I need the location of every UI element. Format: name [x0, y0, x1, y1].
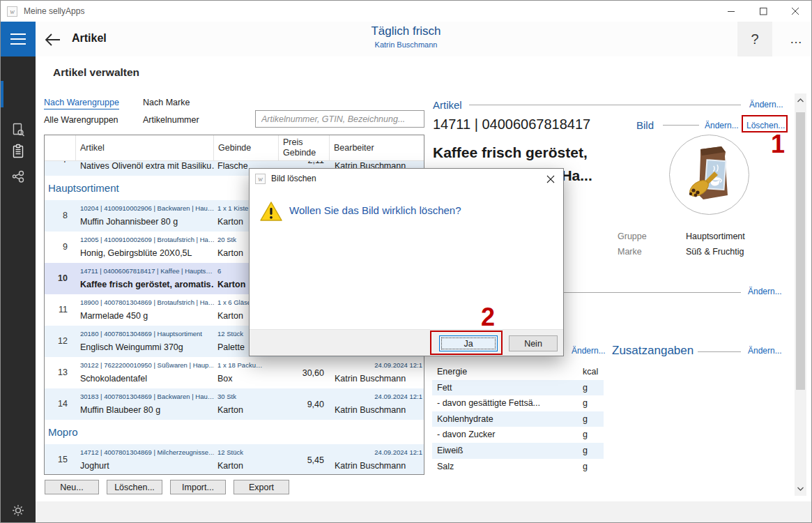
- price-cell: 5,45: [279, 444, 330, 474]
- sidebar: [1, 56, 36, 523]
- editor-name: Katrin Buschmann: [335, 405, 406, 415]
- maximize-icon[interactable]: [747, 1, 779, 22]
- filter-tab-marke[interactable]: Nach Marke: [143, 98, 190, 107]
- article-name-line1: Kaffee frisch geröstet,: [433, 144, 588, 160]
- marke-value: Süß & Fruchtig: [686, 247, 744, 257]
- gebinde-value: Box: [217, 374, 233, 384]
- article-name: Natives Olivenöl extra mit Basiliku…: [80, 161, 214, 171]
- gebinde-value: Palette: [217, 342, 245, 352]
- middle-section-change-link[interactable]: Ändern...: [748, 287, 782, 296]
- table-row[interactable]: 13 30122 | 7622200010950 | Süßwaren | Ha…: [45, 357, 424, 388]
- export-button[interactable]: Export: [233, 480, 289, 494]
- editor-name: Katrin Buschmann: [335, 374, 406, 384]
- bild-change-link[interactable]: Ändern...: [705, 121, 739, 130]
- settings-gear-icon[interactable]: [1, 500, 36, 521]
- nutrient-unit: kcal: [583, 367, 598, 377]
- app-logo-icon: w: [7, 6, 17, 17]
- detail-bild-title: Bild: [636, 119, 654, 131]
- article-number: 14711 | 04006067818417: [433, 116, 590, 132]
- article-cell: 18900 | 4007801304869 | Brotaufstrich | …: [76, 294, 214, 326]
- gruppe-value: Hauptsortiment: [686, 232, 745, 241]
- table-row[interactable]: 14 30183 | 4007801304869 | Backwaren | H…: [45, 388, 424, 420]
- app-window: w Meine sellyApps Artikel Täglich frisch…: [0, 0, 812, 523]
- help-icon[interactable]: ?: [737, 22, 772, 56]
- detail-scrollbar[interactable]: [795, 93, 806, 496]
- price-value: 2,11: [308, 161, 324, 165]
- artikel-change-link[interactable]: Ändern...: [749, 100, 783, 109]
- article-image: [669, 135, 749, 215]
- article-cell: Natives Olivenöl extra mit Basiliku…: [76, 161, 214, 176]
- group-label: Hauptsortiment: [48, 182, 119, 194]
- nutrition-change-link[interactable]: Ändern...: [572, 346, 606, 356]
- scrollbar-thumb[interactable]: [796, 112, 805, 390]
- detail-artikel-title: Artikel: [433, 99, 462, 111]
- scroll-down-icon[interactable]: [795, 484, 806, 494]
- row-number: 8: [45, 200, 76, 232]
- gebinde-cell: 1 x 18 Packu… Box: [214, 357, 279, 388]
- price-value: 30,60: [302, 368, 324, 378]
- article-name: Englisch Weingummi 370g: [80, 342, 183, 352]
- nutrient-unit: g: [583, 414, 588, 424]
- table-group-header: Mopro: [45, 420, 424, 444]
- gebinde-meta: 12 Stück: [217, 448, 243, 456]
- delete-button[interactable]: Löschen...: [107, 480, 162, 494]
- row-number: 14: [45, 388, 76, 420]
- price-cell: 9,40: [279, 388, 330, 420]
- back-arrow-icon[interactable]: [43, 30, 62, 50]
- sidebar-active-indicator: [1, 81, 3, 107]
- zusatzangaben-title: Zusatzangaben: [612, 344, 694, 358]
- article-name: Marmelade 450 g: [80, 311, 148, 321]
- nutrient-unit: g: [583, 462, 588, 471]
- new-button[interactable]: Neu...: [45, 480, 99, 494]
- nutrition-row: Eiweiß g: [432, 443, 604, 459]
- sidebar-item-share-icon[interactable]: [1, 165, 36, 188]
- no-button[interactable]: Nein: [509, 335, 558, 351]
- article-name: Kaffee frisch geröstet, aromatis…: [80, 280, 214, 289]
- article-meta: 30122 | 7622200010950 | Süßwaren | Haup…: [80, 361, 214, 369]
- close-icon[interactable]: [779, 1, 811, 22]
- table-header: Artikel Gebinde Preis Gebinde Bearbeiter: [45, 135, 424, 161]
- nutrition-row: Energie kcal: [432, 364, 604, 380]
- article-meta: 20180 | 4007801304869 | Hauptsortiment: [80, 330, 202, 338]
- nutrient-unit: g: [583, 446, 588, 455]
- price-value: 9,40: [307, 400, 324, 409]
- nutrient-label: - davon gesättigte Fettsä...: [437, 398, 540, 408]
- column-header-bearbeiter: Bearbeiter: [330, 135, 424, 160]
- table-row[interactable]: 15 14712 | 4007801304869 | Milcherzeugni…: [45, 444, 424, 474]
- page-title: Artikel: [72, 32, 107, 45]
- warning-icon: [259, 201, 283, 225]
- column-header-preis: Preis Gebinde: [279, 135, 330, 160]
- more-options-icon[interactable]: …: [780, 22, 812, 56]
- article-name: Muffin Blaubeer 80 g: [80, 405, 160, 415]
- sort-value[interactable]: Artikelnummer: [143, 115, 199, 125]
- header-center: Täglich frisch Katrin Buschmann: [266, 24, 546, 49]
- sidebar-item-articles-clipboard-icon[interactable]: [1, 138, 36, 165]
- nutrient-unit: g: [583, 383, 588, 393]
- minimize-icon[interactable]: [715, 1, 747, 22]
- article-cell: 30122 | 7622200010950 | Süßwaren | Haup……: [76, 357, 214, 388]
- gebinde-meta: 12 Stück: [217, 330, 243, 338]
- dialog-titlebar: w Bild löschen: [250, 169, 563, 188]
- article-cell: 10204 | 4100910002906 | Backwaren | Hau……: [76, 200, 214, 232]
- window-titlebar: w Meine sellyApps: [1, 1, 811, 22]
- nutrient-label: Energie: [437, 367, 467, 377]
- divider: [469, 105, 741, 105]
- search-input[interactable]: [255, 110, 424, 128]
- article-cell: 14711 | 04006067818417 | Kaffee | Haupts…: [76, 263, 214, 294]
- row-number: 12: [45, 326, 76, 357]
- nutrient-label: Salz: [437, 462, 454, 471]
- annotation-step-2-box: [430, 331, 503, 355]
- warengruppe-value[interactable]: Alle Warengruppen: [44, 115, 118, 125]
- divider: [663, 125, 699, 126]
- scroll-up-icon[interactable]: [795, 96, 806, 105]
- hamburger-menu-icon[interactable]: [1, 22, 36, 56]
- filter-tab-warengruppe[interactable]: Nach Warengruppe: [44, 98, 119, 109]
- delete-image-dialog: w Bild löschen Wollen Sie das Bild wirkl…: [249, 168, 564, 356]
- zusatz-change-link[interactable]: Ändern...: [748, 346, 782, 356]
- dialog-close-icon[interactable]: [545, 174, 556, 185]
- nutrient-label: - davon Zucker: [437, 430, 495, 439]
- user-name: Katrin Buschmann: [266, 40, 546, 49]
- divider: [698, 351, 741, 352]
- gebinde-value: Karton: [217, 248, 243, 258]
- import-button[interactable]: Import...: [170, 480, 226, 494]
